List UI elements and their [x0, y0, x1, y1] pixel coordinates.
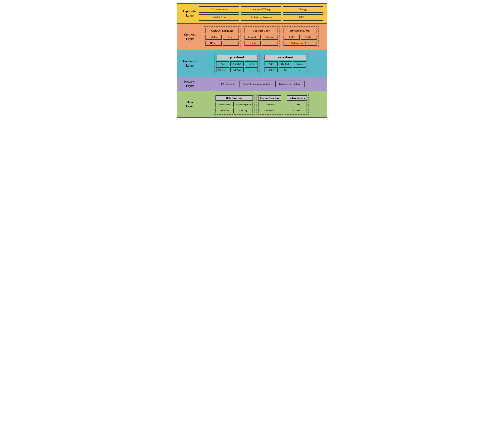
storage-structure-title: Storage Structure	[258, 95, 281, 100]
consensus-proof-more: ...	[245, 67, 258, 72]
data-item-hashlist: Hash List	[216, 108, 234, 113]
consensus-voting-more: ...	[293, 67, 306, 72]
consensus-epos: e-PoS	[245, 61, 258, 66]
consensus-ouroboros: Ouroboros	[216, 67, 229, 72]
app-item-energy: Energy	[283, 6, 323, 13]
contract-code-items: bytecode chaincode scripts ...	[244, 35, 278, 46]
voting-based-group: voting-based PBFT Hot-Stuff Paxos RPBFT …	[263, 53, 308, 74]
data-structure-title: Data Structure	[216, 95, 253, 100]
contract-item-lang-more: ...	[223, 41, 239, 46]
consensus-pos: PoS/DPoS	[230, 61, 243, 66]
contract-item-webassembly: WebAssembly3 ...	[284, 41, 317, 46]
ledger-item-account: Account	[287, 108, 307, 113]
data-structure-items: Merkle Tree Digital Signature Hash List …	[216, 102, 253, 113]
data-item-merkle: Merkle Tree	[216, 102, 234, 107]
ledger-pattern-group: Ledger Pattern UTXO Account	[285, 94, 309, 115]
contract-code-group: Contract Code bytecode chaincode scripts…	[243, 26, 280, 47]
consensus-hotstuff: Hot-Stuff	[279, 61, 292, 66]
application-layer-label: ApplicationLayer	[181, 9, 199, 18]
contract-layer-label: ContractLayer	[181, 33, 199, 41]
network-layer-label: NetworkLayer	[181, 80, 199, 88]
proof-based-title: proof-based	[216, 55, 258, 60]
consensus-raft: Raft	[279, 67, 292, 72]
storage-structure-items: Database Files system	[258, 102, 281, 113]
consensus-groups: proof-based PoW PoS/DPoS e-PoS Ouroboros…	[199, 53, 323, 74]
app-item-cryptocurrency: Cryptocurrency	[199, 6, 239, 13]
blockchain-architecture-diagram: ApplicationLayer Cryptocurrency Internet…	[177, 3, 327, 118]
contract-item-chaincode: chaincode	[262, 35, 278, 40]
contract-language-title: Contract Language	[205, 28, 239, 33]
contract-item-bytecode: bytecode	[244, 35, 261, 40]
application-layer: ApplicationLayer Cryptocurrency Internet…	[177, 4, 327, 24]
application-items: Cryptocurrency Internet of Things Energy…	[199, 6, 323, 21]
network-auth: Authentication mechanism	[239, 81, 273, 87]
data-groups: Data Structure Merkle Tree Digital Signa…	[199, 94, 323, 115]
app-item-ai: AI Privacy Preserve	[241, 14, 281, 21]
contract-layer: ContractLayer Contract Language Solidity…	[177, 24, 327, 50]
ledger-item-utxo: UTXO	[287, 102, 307, 107]
contract-item-code-more: ...	[262, 41, 278, 46]
consensus-rpbft: RPBFT	[265, 67, 278, 72]
execute-platform-items: EVM Docker WebAssembly3 ...	[284, 35, 317, 46]
ledger-pattern-title: Ledger Pattern	[287, 95, 307, 100]
consensus-paxos: Paxos	[293, 61, 306, 66]
network-p2p: P2P network	[218, 81, 237, 87]
execute-platform-group: Execute Platform EVM Docker WebAssembly3…	[282, 26, 318, 47]
consensus-layer-label: ConsensusLayer	[181, 59, 199, 68]
voting-based-title: voting-based	[265, 55, 306, 60]
data-layer-label: DataLayer	[181, 100, 199, 108]
app-item-healthcare: Health Care	[199, 14, 239, 21]
contract-code-title: Contract Code	[244, 28, 278, 33]
consensus-layer: ConsensusLayer proof-based PoW PoS/DPoS …	[177, 50, 327, 77]
storage-structure-group: Storage Structure Database Files system	[256, 94, 283, 115]
contract-item-docker: Docker	[301, 35, 317, 40]
consensus-poewal: PoEWAL	[230, 67, 243, 72]
proof-based-row1: PoW PoS/DPoS e-PoS Ouroboros PoEWAL ...	[216, 61, 258, 72]
network-protocol: Transmission Protocol	[275, 81, 305, 87]
contract-language-group: Contract Language Solidity Vyper DAML ..…	[204, 26, 241, 47]
storage-item-database: Database	[258, 102, 281, 107]
contract-item-daml: DAML	[205, 41, 222, 46]
network-items: P2P network Authentication mechanism Tra…	[199, 81, 323, 87]
storage-item-files: Files system	[258, 108, 281, 113]
app-item-iot: Internet of Things	[241, 6, 281, 13]
data-item-timestamp: Timestamp ...	[235, 108, 253, 113]
ledger-pattern-items: UTXO Account	[287, 102, 307, 113]
contract-item-evm: EVM	[284, 35, 300, 40]
contract-item-solidity: Solidity	[205, 35, 222, 40]
contract-item-scripts: scripts	[244, 41, 261, 46]
consensus-pow: PoW	[216, 61, 229, 66]
contract-groups: Contract Language Solidity Vyper DAML ..…	[199, 26, 323, 47]
voting-based-items: PBFT Hot-Stuff Paxos RPBFT Raft ...	[265, 61, 306, 72]
execute-platform-title: Execute Platform	[284, 28, 317, 33]
data-layer: DataLayer Data Structure Merkle Tree Dig…	[177, 91, 327, 117]
network-layer: NetworkLayer P2P network Authentication …	[177, 77, 327, 91]
consensus-pbft: PBFT	[265, 61, 278, 66]
app-item-nft: NFT ...	[283, 14, 323, 21]
proof-based-group: proof-based PoW PoS/DPoS e-PoS Ouroboros…	[214, 53, 260, 74]
data-item-signature: Digital Signature	[235, 102, 253, 107]
contract-item-vyper: Vyper	[223, 35, 239, 40]
contract-language-items: Solidity Vyper DAML ...	[205, 35, 239, 46]
data-structure-group: Data Structure Merkle Tree Digital Signa…	[214, 94, 255, 115]
